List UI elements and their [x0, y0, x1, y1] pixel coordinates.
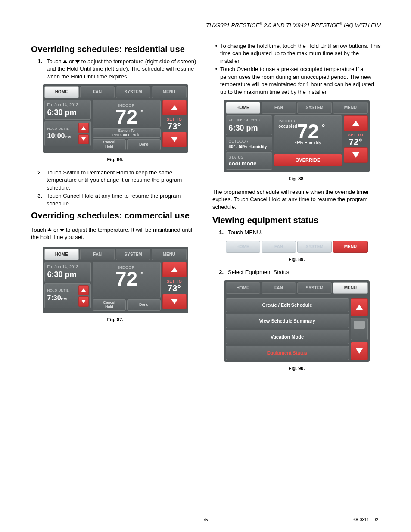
cancel-hold-button[interactable]: Cancel Hold — [93, 299, 126, 311]
status-label: STATUS — [229, 155, 269, 160]
menu-item-vacation-mode[interactable]: Vacation Mode — [226, 330, 349, 344]
tab-menu[interactable]: MENU — [333, 102, 367, 114]
triangle-up-icon — [81, 288, 86, 292]
indoor-temp-value: 72° — [115, 108, 137, 126]
step-3-text: Touch Cancel Hold at any time to resume … — [47, 192, 199, 207]
tab-system[interactable]: SYSTEM — [116, 86, 150, 98]
triangle-down-icon — [81, 137, 86, 141]
switch-permanent-hold-button[interactable]: Switch To Permanent Hold — [93, 128, 161, 138]
triangle-down-icon — [356, 348, 363, 354]
tabbar-fig89: HOME FAN SYSTEM MENU — [226, 241, 368, 253]
tab-system[interactable]: SYSTEM — [297, 102, 332, 114]
menu-fig90: HOME FAN SYSTEM MENU Create / Edit Sched… — [224, 280, 370, 362]
temp-up-button[interactable] — [344, 115, 368, 131]
outdoor-label: OUTDOOR — [229, 139, 269, 144]
temp-down-button[interactable] — [162, 132, 187, 147]
tab-menu[interactable]: MENU — [152, 249, 186, 261]
hold-up-button[interactable] — [78, 123, 89, 133]
thermostat-fig86: HOME FAN SYSTEM MENU Fri, Jun 14, 2013 6… — [43, 84, 188, 153]
indoor-temp-num: 72 — [115, 106, 137, 128]
scrollbar-track[interactable] — [351, 318, 368, 340]
triangle-down-icon — [171, 299, 178, 304]
temp-down-button[interactable] — [162, 294, 187, 309]
heading-commercial: Overriding schedules: commercial use — [31, 210, 199, 221]
registered-mark: ® — [340, 22, 342, 25]
tab-fan[interactable]: FAN — [80, 86, 115, 98]
set-to-value: 73° — [162, 284, 187, 292]
hold-until-card: HOLD UNTIL 7:30PM — [44, 283, 91, 308]
step-number: 1. — [212, 229, 228, 236]
override-paragraph: The programmed schedule will resume when… — [212, 188, 381, 211]
header-mid: 2.0 AND THX9421 PRESTIGE — [262, 22, 339, 28]
done-button[interactable]: Done — [127, 139, 161, 150]
scroll-up-button[interactable] — [351, 298, 368, 316]
temp-up-button[interactable] — [162, 100, 187, 115]
temp-down-button[interactable] — [344, 147, 368, 163]
tab-home[interactable]: HOME — [44, 249, 79, 261]
bullet-icon: • — [212, 65, 220, 96]
hold-time: 10:00 — [47, 132, 65, 140]
tab-system[interactable]: SYSTEM — [116, 249, 150, 261]
tab-menu[interactable]: MENU — [333, 241, 367, 253]
tab-home[interactable]: HOME — [226, 241, 260, 253]
bullet-2-text: Touch Override to use a pre-set occupied… — [220, 65, 381, 96]
page-number: 75 — [0, 517, 411, 523]
menu-item-view-summary[interactable]: View Schedule Summary — [226, 314, 349, 328]
scrollbar-thumb[interactable] — [354, 321, 365, 329]
tab-menu[interactable]: MENU — [333, 282, 367, 294]
triangle-up-icon — [63, 59, 67, 63]
outdoor-card: OUTDOOR 80° / 55% Humidity — [226, 137, 272, 151]
tab-fan[interactable]: FAN — [262, 102, 296, 114]
bullet-icon: • — [212, 42, 220, 65]
triangle-up-icon — [171, 267, 178, 272]
tab-home[interactable]: HOME — [226, 102, 260, 114]
tab-fan[interactable]: FAN — [80, 249, 115, 261]
hold-until-card: HOLD UNTIL 10:00PM — [44, 121, 91, 146]
cancel-hold-button[interactable]: Cancel Hold — [93, 139, 126, 150]
set-to-label: SET TO — [167, 279, 182, 283]
indoor-temp-value: 72° — [115, 270, 137, 288]
triangle-up-icon — [81, 126, 86, 130]
tab-home[interactable]: HOME — [44, 86, 79, 98]
triangle-down-icon — [171, 137, 178, 142]
hold-down-button[interactable] — [78, 134, 89, 145]
tab-system[interactable]: SYSTEM — [297, 241, 332, 253]
hold-down-button[interactable] — [78, 296, 89, 307]
tab-menu[interactable]: MENU — [152, 86, 186, 98]
step-1-text: Touch or to adjust the temperature (righ… — [47, 58, 199, 81]
hold-until-label: HOLD UNTIL — [47, 289, 77, 293]
scroll-down-button[interactable] — [351, 342, 368, 360]
datetime-card: Fri, Jun 14, 2013 6:30 pm — [226, 115, 272, 135]
indoor-temp-card: INDOOR 72° — [93, 100, 161, 128]
date-label: Fri, Jun 14, 2013 — [47, 264, 88, 269]
set-to-block: SET TO 73° — [162, 117, 187, 131]
commercial-paragraph: Touch or to adjust the temperature. It w… — [31, 226, 199, 241]
temp-up-button[interactable] — [162, 262, 187, 277]
step-number: 2. — [31, 169, 47, 192]
done-button[interactable]: Done — [127, 299, 161, 311]
triangle-down-icon — [81, 300, 86, 303]
hold-pm: PM — [61, 297, 67, 301]
set-to-label: SET TO — [348, 133, 363, 137]
indoor-temp-num: 72 — [297, 120, 319, 143]
fig90-caption: Fig. 90. — [212, 365, 381, 372]
fig88-caption: Fig. 88. — [212, 176, 381, 182]
triangle-up-icon — [352, 121, 359, 126]
outdoor-value: 80° / 55% Humidity — [229, 144, 269, 150]
override-button[interactable]: OVERRIDE — [274, 154, 342, 166]
step-number: 2. — [212, 268, 228, 276]
fig87-caption: Fig. 87. — [31, 317, 199, 323]
menu-item-create-schedule[interactable]: Create / Edit Schedule — [226, 298, 349, 312]
status-card: STATUS cool mode — [226, 152, 272, 170]
menu-item-equipment-status[interactable]: Equipment Status — [226, 346, 349, 360]
tab-home[interactable]: HOME — [226, 282, 260, 294]
triangle-down-icon — [352, 152, 359, 158]
step-number: 1. — [31, 58, 47, 81]
tab-fan[interactable]: FAN — [262, 282, 296, 294]
hold-up-button[interactable] — [78, 285, 89, 296]
registered-mark: ® — [259, 22, 262, 25]
tab-system[interactable]: SYSTEM — [297, 282, 332, 294]
status-value: cool mode — [229, 160, 269, 168]
triangle-up-icon — [171, 105, 178, 110]
tab-fan[interactable]: FAN — [262, 241, 296, 253]
